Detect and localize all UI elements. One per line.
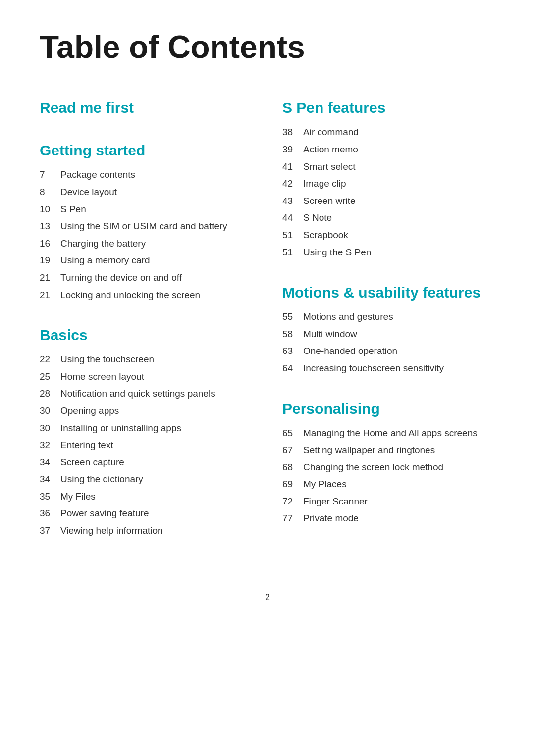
list-item: 43 Screen write	[282, 195, 495, 208]
list-item: 37 Viewing help information	[40, 524, 253, 538]
list-item: 41 Smart select	[282, 160, 495, 174]
toc-text: Using the touchscreen	[60, 353, 154, 366]
toc-text: Device layout	[60, 186, 117, 199]
toc-number: 58	[282, 328, 303, 341]
toc-text: Motions and gestures	[303, 310, 393, 324]
toc-number: 30	[40, 422, 60, 435]
toc-text: Air command	[303, 126, 359, 139]
list-item: 69 My Places	[282, 478, 495, 491]
list-item: 77 Private mode	[282, 512, 495, 525]
list-item: 51 Using the S Pen	[282, 246, 495, 259]
toc-text: Home screen layout	[60, 370, 144, 384]
right-column: S Pen features 38 Air command 39 Action …	[282, 99, 495, 562]
toc-number: 68	[282, 461, 303, 474]
list-item: 21 Turning the device on and off	[40, 271, 253, 285]
motions-usability-list: 55 Motions and gestures 58 Multi window …	[282, 310, 495, 375]
section-title-personalising: Personalising	[282, 400, 495, 418]
section-title-basics: Basics	[40, 326, 253, 344]
toc-number: 36	[40, 507, 60, 520]
s-pen-features-list: 38 Air command 39 Action memo 41 Smart s…	[282, 126, 495, 259]
toc-text: Using a memory card	[60, 254, 150, 267]
toc-number: 13	[40, 220, 60, 233]
toc-number: 34	[40, 473, 60, 486]
list-item: 13 Using the SIM or USIM card and batter…	[40, 220, 253, 233]
page-number: 2	[40, 592, 495, 603]
toc-text: One-handed operation	[303, 345, 397, 358]
toc-number: 19	[40, 254, 60, 267]
toc-number: 16	[40, 237, 60, 251]
toc-text: Power saving feature	[60, 507, 149, 520]
list-item: 68 Changing the screen lock method	[282, 461, 495, 474]
toc-number: 39	[282, 143, 303, 156]
list-item: 19 Using a memory card	[40, 254, 253, 267]
toc-number: 44	[282, 211, 303, 225]
toc-text: Using the dictionary	[60, 473, 143, 486]
toc-text: Viewing help information	[60, 524, 163, 538]
personalising-list: 65 Managing the Home and All apps screen…	[282, 427, 495, 526]
toc-number: 77	[282, 512, 303, 525]
toc-number: 41	[282, 160, 303, 174]
list-item: 10 S Pen	[40, 203, 253, 216]
toc-number: 21	[40, 289, 60, 302]
toc-number: 51	[282, 229, 303, 242]
toc-text: Finger Scanner	[303, 495, 368, 508]
toc-text: Increasing touchscreen sensitivity	[303, 362, 444, 375]
toc-text: Using the SIM or USIM card and battery	[60, 220, 227, 233]
list-item: 63 One-handed operation	[282, 345, 495, 358]
list-item: 51 Scrapbook	[282, 229, 495, 242]
toc-number: 43	[282, 195, 303, 208]
list-item: 30 Opening apps	[40, 404, 253, 418]
toc-text: S Pen	[60, 203, 86, 216]
list-item: 34 Screen capture	[40, 456, 253, 469]
list-item: 7 Package contents	[40, 168, 253, 182]
toc-number: 38	[282, 126, 303, 139]
basics-list: 22 Using the touchscreen 25 Home screen …	[40, 353, 253, 538]
section-title-read-me-first: Read me first	[40, 99, 253, 117]
toc-number: 7	[40, 168, 60, 182]
toc-text: Private mode	[303, 512, 359, 525]
list-item: 28 Notification and quick settings panel…	[40, 387, 253, 401]
toc-text: Locking and unlocking the screen	[60, 289, 200, 302]
list-item: 67 Setting wallpaper and ringtones	[282, 444, 495, 457]
list-item: 34 Using the dictionary	[40, 473, 253, 486]
toc-number: 65	[282, 427, 303, 440]
toc-number: 37	[40, 524, 60, 538]
left-column: Read me first Getting started 7 Package …	[40, 99, 253, 562]
toc-text: Charging the battery	[60, 237, 146, 251]
toc-text: My Files	[60, 490, 96, 504]
list-item: 55 Motions and gestures	[282, 310, 495, 324]
list-item: 32 Entering text	[40, 439, 253, 452]
toc-text: Screen write	[303, 195, 356, 208]
list-item: 16 Charging the battery	[40, 237, 253, 251]
toc-number: 30	[40, 404, 60, 418]
toc-number: 28	[40, 387, 60, 401]
section-title-getting-started: Getting started	[40, 142, 253, 159]
toc-text: Package contents	[60, 168, 135, 182]
section-s-pen-features: S Pen features 38 Air command 39 Action …	[282, 99, 495, 259]
list-item: 25 Home screen layout	[40, 370, 253, 384]
toc-number: 32	[40, 439, 60, 452]
list-item: 36 Power saving feature	[40, 507, 253, 520]
toc-number: 63	[282, 345, 303, 358]
list-item: 30 Installing or uninstalling apps	[40, 422, 253, 435]
toc-text: Multi window	[303, 328, 357, 341]
list-item: 21 Locking and unlocking the screen	[40, 289, 253, 302]
list-item: 22 Using the touchscreen	[40, 353, 253, 366]
section-motions-usability: Motions & usability features 55 Motions …	[282, 284, 495, 375]
list-item: 44 S Note	[282, 211, 495, 225]
toc-number: 25	[40, 370, 60, 384]
toc-text: My Places	[303, 478, 347, 491]
section-title-motions-usability: Motions & usability features	[282, 284, 495, 302]
section-title-s-pen-features: S Pen features	[282, 99, 495, 117]
toc-text: Screen capture	[60, 456, 124, 469]
list-item: 64 Increasing touchscreen sensitivity	[282, 362, 495, 375]
toc-text: Entering text	[60, 439, 113, 452]
toc-number: 34	[40, 456, 60, 469]
toc-number: 55	[282, 310, 303, 324]
toc-number: 67	[282, 444, 303, 457]
list-item: 72 Finger Scanner	[282, 495, 495, 508]
list-item: 65 Managing the Home and All apps screen…	[282, 427, 495, 440]
toc-number: 8	[40, 186, 60, 199]
toc-text: Image clip	[303, 177, 346, 191]
list-item: 38 Air command	[282, 126, 495, 139]
